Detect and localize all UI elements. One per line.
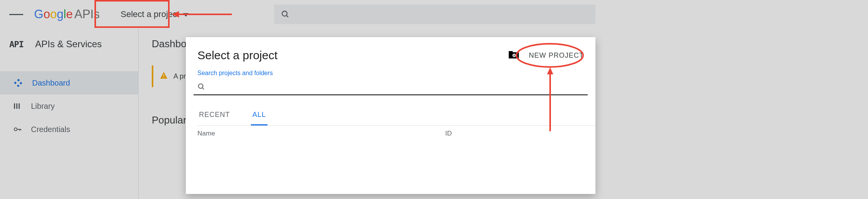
project-selector-dropdown[interactable]: Select a project — [115, 5, 194, 24]
library-icon — [13, 102, 31, 110]
svg-rect-2 — [17, 79, 20, 82]
svg-point-20 — [513, 55, 515, 56]
top-bar: Google APIs Select a project — [0, 0, 868, 29]
sidebar-title: APIs & Services — [35, 39, 102, 50]
svg-line-1 — [286, 15, 288, 17]
svg-line-22 — [202, 88, 204, 89]
sidebar-item-label: Credentials — [31, 125, 70, 134]
svg-rect-13 — [163, 74, 164, 77]
search-icon — [281, 10, 290, 19]
google-apis-logo[interactable]: Google APIs — [34, 7, 99, 21]
column-header-id: ID — [445, 130, 584, 137]
svg-point-9 — [14, 128, 17, 130]
caret-down-icon — [183, 9, 189, 19]
project-table-header: Name ID — [197, 130, 584, 137]
key-icon — [13, 125, 31, 134]
new-project-button[interactable]: NEW PROJECT — [529, 51, 584, 60]
global-search-input[interactable] — [274, 5, 595, 24]
svg-point-0 — [282, 11, 287, 16]
diamonds-icon — [14, 79, 32, 87]
sidebar-item-label: Dashboard — [32, 79, 70, 87]
dialog-title: Select a project — [197, 49, 278, 62]
sidebar-item-label: Library — [31, 102, 55, 111]
tab-all[interactable]: ALL — [251, 107, 268, 125]
search-field-label: Search projects and folders — [197, 70, 595, 77]
project-selector-label: Select a project — [120, 9, 179, 19]
svg-point-21 — [199, 84, 203, 89]
svg-rect-7 — [16, 103, 17, 109]
svg-rect-14 — [163, 77, 164, 78]
svg-rect-8 — [19, 103, 20, 109]
sidebar: API APIs & Services Dashboard Library Cr… — [0, 29, 139, 199]
project-search-input[interactable] — [208, 83, 588, 91]
sidebar-item-dashboard[interactable]: Dashboard — [0, 71, 138, 94]
project-search-row — [194, 79, 588, 95]
svg-rect-3 — [14, 81, 17, 84]
dialog-tabs: RECENT ALL — [197, 107, 595, 126]
logo-suffix: APIs — [74, 7, 99, 21]
sidebar-item-credentials[interactable]: Credentials — [0, 118, 138, 141]
warning-icon — [160, 71, 168, 82]
search-icon — [197, 83, 205, 91]
svg-rect-4 — [19, 82, 22, 84]
sidebar-item-library[interactable]: Library — [0, 94, 138, 118]
folder-settings-icon[interactable] — [508, 50, 520, 61]
svg-rect-6 — [14, 103, 15, 109]
svg-rect-5 — [17, 84, 19, 87]
column-header-name: Name — [197, 130, 445, 137]
hamburger-menu-icon[interactable] — [9, 7, 23, 21]
tab-recent[interactable]: RECENT — [197, 107, 232, 125]
sidebar-heading: API APIs & Services — [0, 29, 138, 60]
select-project-dialog: Select a project NEW PROJECT Search proj… — [186, 37, 595, 194]
api-icon: API — [9, 39, 24, 49]
